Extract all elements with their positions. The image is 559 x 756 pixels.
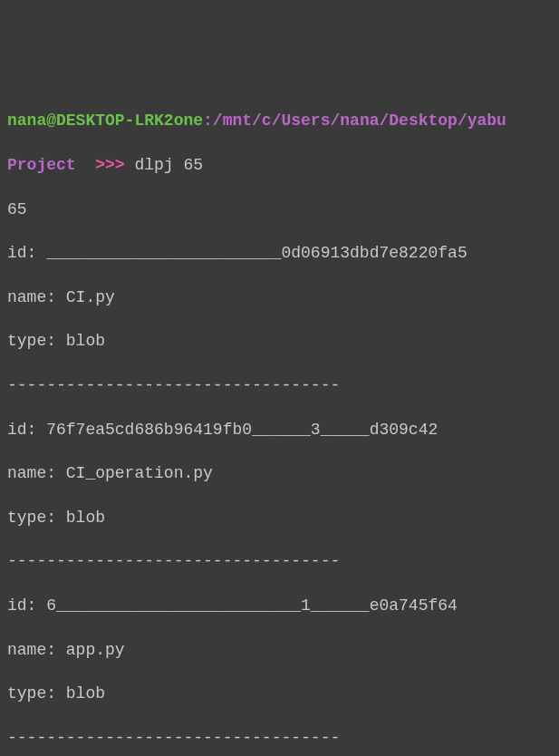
project-label: Project: [7, 156, 76, 174]
entry-name: name: CI_operation.py: [7, 462, 552, 484]
separator: ----------------------------------: [7, 374, 552, 396]
prompt-line-1[interactable]: Project >>> dlpj 65: [7, 154, 552, 176]
prompt-arrows: >>>: [95, 156, 124, 174]
path: :/mnt/c/Users/nana/Desktop/yabu: [203, 111, 506, 130]
separator: ----------------------------------: [7, 550, 552, 572]
entry-id: id: 6_________________________1______e0a…: [7, 595, 552, 616]
terminal-output: nana@DESKTOP-LRK2one:/mnt/c/Users/nana/D…: [7, 88, 552, 756]
entry-id: id: 76f7ea5cd686b96419fb0______3_____d30…: [7, 419, 552, 441]
user-host: nana@DESKTOP-LRK2one: [7, 111, 203, 130]
separator: ----------------------------------: [7, 727, 552, 749]
command-1: dlpj 65: [134, 156, 203, 174]
entry-type: type: blob: [7, 683, 552, 704]
entry-type: type: blob: [7, 330, 552, 352]
output-line: 65: [7, 199, 552, 220]
entry-name: name: CI.py: [7, 286, 552, 308]
entry-name: name: app.py: [7, 639, 552, 661]
entry-type: type: blob: [7, 507, 552, 528]
entry-id: id: ________________________0d06913dbd7e…: [7, 242, 552, 264]
